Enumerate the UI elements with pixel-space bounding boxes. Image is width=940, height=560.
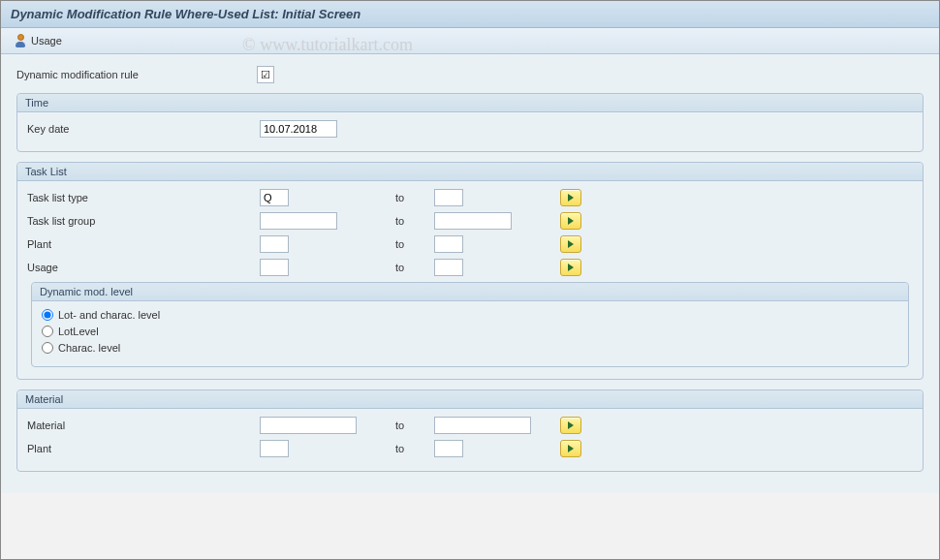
to-label: to [395,420,434,431]
content-area: Dynamic modification rule Time Key date … [1,54,939,493]
title-bar: Dynamic Modification Rule Where-Used Lis… [1,1,939,28]
dyn-mod-level-group: Dynamic mod. level Lot- and charac. leve… [31,282,909,367]
dyn-mod-rule-label: Dynamic modification rule [16,69,249,80]
arrow-right-icon [568,217,574,225]
dyn-level-option[interactable]: Lot- and charac. level [42,309,898,321]
material-plant-from-input[interactable] [260,440,289,457]
material-material-row: Materialto [27,417,913,434]
dyn-mod-level-header: Dynamic mod. level [32,283,908,301]
arrow-right-icon [568,194,574,202]
tasklist-task-list-group-label: Task list group [27,215,260,227]
key-date-row: Key date [27,120,913,138]
material-group-header: Material [17,390,923,409]
tasklist-usage-from-input[interactable] [260,259,289,276]
multiple-selection-button[interactable] [560,417,581,434]
material-material-from-input[interactable] [260,417,357,434]
to-label: to [395,262,434,273]
dyn-level-option[interactable]: Charac. level [42,342,898,354]
to-label: to [395,192,434,203]
tasklist-plant-from-input[interactable] [260,235,289,253]
tasklist-task-list-group-row: Task list groupto [27,212,913,230]
multiple-selection-button[interactable] [560,440,581,457]
dyn-level-label: LotLevel [58,326,99,337]
tasklist-task-list-group-to-input[interactable] [434,212,512,230]
multiple-selection-button[interactable] [560,189,581,206]
arrow-right-icon [568,240,574,248]
dyn-mod-rule-input[interactable] [257,66,274,83]
toolbar: Usage [1,28,939,54]
tasklist-task-list-type-row: Task list typeto [27,189,913,206]
tasklist-usage-to-input[interactable] [434,259,463,276]
tasklist-usage-label: Usage [27,262,260,273]
dyn-level-label: Charac. level [58,342,120,354]
page-title: Dynamic Modification Rule Where-Used Lis… [11,7,929,21]
tasklist-task-list-type-from-input[interactable] [260,189,289,206]
usage-button[interactable]: Usage [11,32,66,49]
to-label: to [395,443,434,454]
multiple-selection-button[interactable] [560,259,581,276]
usage-icon [15,34,28,47]
to-label: to [395,215,434,227]
material-plant-row: Plantto [27,440,913,457]
material-material-to-input[interactable] [434,417,531,434]
tasklist-plant-to-input[interactable] [434,235,463,253]
material-plant-label: Plant [27,443,260,454]
tasklist-usage-row: Usageto [27,259,913,276]
arrow-right-icon [568,445,574,452]
material-group: Material MaterialtoPlantto [16,389,924,472]
tasklist-plant-label: Plant [27,238,260,250]
tasklist-task-list-group-from-input[interactable] [260,212,337,230]
tasklist-plant-row: Plantto [27,235,913,253]
key-date-label: Key date [27,123,260,135]
dyn-level-label: Lot- and charac. level [58,309,160,321]
dyn-level-radio[interactable] [42,342,53,354]
material-plant-to-input[interactable] [434,440,463,457]
usage-button-label: Usage [31,35,62,47]
time-group: Time Key date [16,93,924,152]
arrow-right-icon [568,421,574,429]
tasklist-task-list-type-label: Task list type [27,192,260,203]
key-date-input[interactable] [260,120,337,138]
tasklist-group: Task List Task list typetoTask list grou… [16,162,924,380]
arrow-right-icon [568,264,574,271]
time-group-header: Time [17,94,923,112]
multiple-selection-button[interactable] [560,212,581,230]
multiple-selection-button[interactable] [560,235,581,253]
to-label: to [395,238,434,250]
dyn-mod-rule-row: Dynamic modification rule [16,66,924,83]
dyn-level-radio[interactable] [42,326,53,337]
tasklist-group-header: Task List [17,163,923,181]
dyn-level-option[interactable]: LotLevel [42,326,898,337]
tasklist-task-list-type-to-input[interactable] [434,189,463,206]
dyn-level-radio[interactable] [42,309,53,321]
material-material-label: Material [27,420,260,431]
